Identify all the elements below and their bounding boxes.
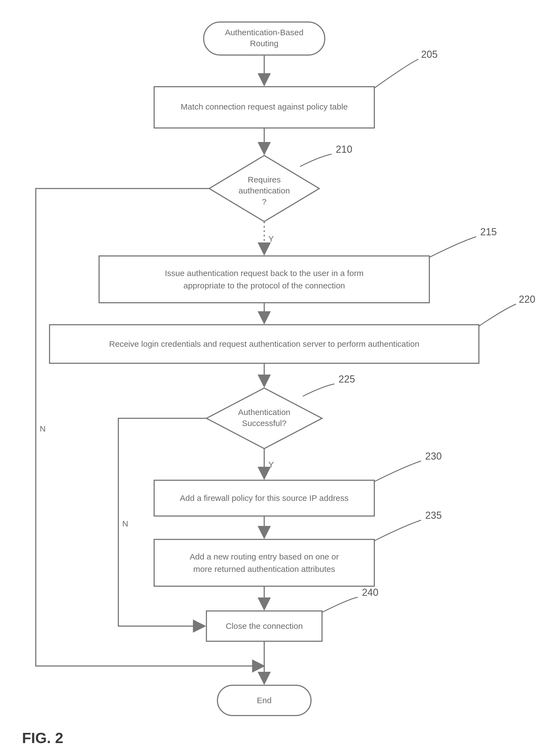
leader-205 [374, 59, 418, 88]
svg-rect-3 [99, 256, 429, 303]
edge-n1: N [40, 424, 46, 433]
ref-220: 220 [519, 294, 535, 305]
step-220-text: Receive login credentials and request au… [109, 339, 419, 348]
ref-230: 230 [425, 451, 442, 462]
ref-235: 235 [425, 510, 442, 521]
edge-n2: N [122, 519, 128, 528]
leader-225 [303, 384, 335, 396]
leader-230 [374, 461, 421, 482]
leader-210 [300, 154, 332, 166]
step-215-l2: appropriate to the protocol of the conne… [183, 281, 345, 290]
start-line2: Routing [250, 39, 278, 48]
ref-215: 215 [480, 226, 497, 237]
flowchart-canvas: Authentication-Based Routing Match conne… [0, 0, 551, 756]
dec-210-l1: Requires [248, 175, 281, 184]
dec-210-l3: ? [262, 197, 267, 206]
dec-210-l2: authentication [238, 186, 290, 195]
ref-225: 225 [339, 373, 355, 385]
edge-y1: Y [268, 234, 274, 243]
step-235: Add a new routing entry based on one or … [154, 540, 374, 586]
step-240-text: Close the connection [226, 621, 303, 631]
leader-215 [429, 237, 476, 257]
step-220: Receive login credentials and request au… [50, 325, 479, 363]
leader-220 [479, 304, 516, 326]
start-terminator: Authentication-Based Routing [204, 22, 325, 55]
step-215: Issue authentication request back to the… [99, 256, 429, 303]
step-230-text: Add a firewall policy for this source IP… [180, 494, 349, 503]
step-230: Add a firewall policy for this source IP… [154, 480, 374, 516]
step-240: Close the connection [206, 611, 322, 641]
start-line1: Authentication-Based [225, 28, 303, 37]
leader-235 [374, 520, 421, 541]
figure-label: FIG. 2 [22, 730, 63, 746]
conn-210-no-end [36, 188, 264, 666]
dec-225-l2: Successful? [242, 419, 287, 428]
step-205-text: Match connection request against policy … [180, 102, 348, 111]
leader-240 [322, 597, 358, 612]
step-235-l1: Add a new routing entry based on one or [190, 552, 339, 561]
step-235-l2: more returned authentication attributes [193, 565, 335, 574]
conn-225-no-240 [118, 418, 206, 626]
svg-rect-7 [154, 540, 374, 586]
step-205: Match connection request against policy … [154, 87, 374, 128]
dec-225-l1: Authentication [238, 408, 291, 417]
decision-225: Authentication Successful? [206, 388, 322, 449]
step-215-l1: Issue authentication request back to the… [165, 268, 364, 278]
end-text: End [257, 696, 271, 705]
end-terminator: End [217, 685, 311, 716]
ref-240: 240 [362, 587, 379, 598]
ref-205: 205 [421, 49, 438, 60]
edge-y2: Y [268, 460, 274, 469]
ref-210: 210 [336, 144, 352, 155]
